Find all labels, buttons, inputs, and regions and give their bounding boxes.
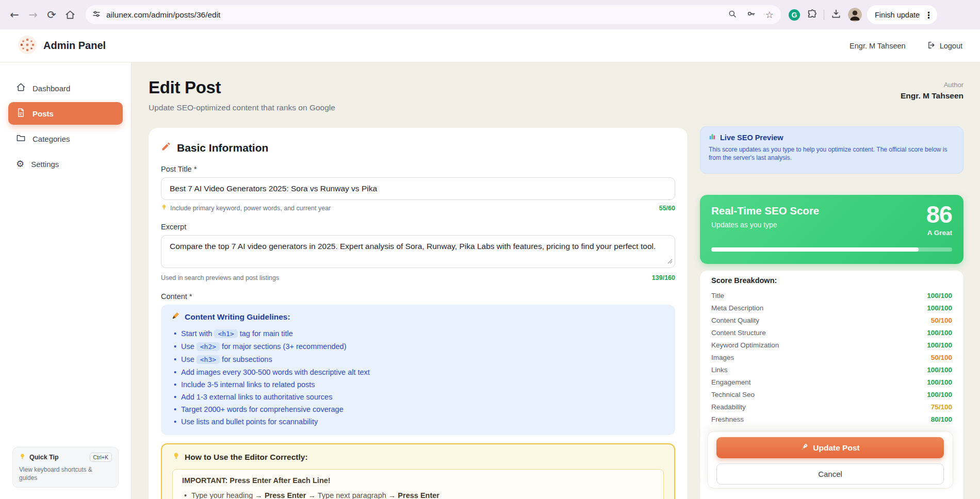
editor-tips-inner: IMPORTANT: Press Enter After Each Line! …: [172, 469, 664, 499]
site-info-icon[interactable]: [92, 9, 101, 21]
post-title-hint: Include primary keyword, power words, an…: [161, 204, 331, 212]
editor-tips-title: How to Use the Editor Correctly:: [185, 453, 308, 462]
breakdown-row: Content Structure100/100: [711, 326, 952, 339]
finish-update-button[interactable]: Finish update ⋮: [867, 5, 937, 24]
sidebar: Dashboard Posts Categories ⚙ Settings Qu…: [0, 62, 132, 499]
sidebar-item-posts[interactable]: Posts: [8, 102, 123, 125]
score-card-title: Real-Time SEO Score: [711, 205, 952, 217]
bar-chart-icon: [709, 133, 716, 142]
writing-hand-icon: [171, 311, 180, 322]
content-guidelines-box: Content Writing Guidelines: Start with<h…: [161, 305, 675, 435]
breakdown-row: Engagement100/100: [711, 376, 952, 388]
breakdown-row: Links100/100: [711, 363, 952, 376]
app-logo: [18, 35, 37, 57]
page-title: Edit Post: [149, 78, 335, 97]
browser-profile-avatar[interactable]: [848, 8, 862, 22]
sidebar-item-label: Posts: [32, 109, 54, 118]
sidebar-item-settings[interactable]: ⚙ Settings: [8, 153, 123, 175]
section-title: Basic Information: [177, 142, 268, 154]
seo-preview-title: Live SEO Preview: [720, 134, 783, 142]
breakdown-row: Title100/100: [711, 289, 952, 302]
author-block: Author Engr. M Tahseen: [901, 81, 963, 101]
guidelines-title: Content Writing Guidelines:: [185, 312, 290, 322]
excerpt-textarea[interactable]: Compare the top 7 AI video generators in…: [161, 235, 675, 268]
browser-forward-icon[interactable]: →: [24, 6, 42, 24]
guideline-item: Use<h3>for subsections: [171, 353, 665, 366]
browser-home-icon[interactable]: [61, 6, 79, 24]
guideline-item: Start with<h1>tag for main title: [171, 327, 665, 340]
code-tag: <h3>: [197, 355, 220, 364]
brand: Admin Panel: [18, 35, 106, 57]
code-tag: <h1>: [214, 329, 237, 338]
post-title-counter: 55/60: [659, 205, 675, 212]
grammarly-extension-icon[interactable]: G: [789, 9, 800, 21]
update-post-button[interactable]: Update Post: [716, 437, 944, 458]
downloads-icon[interactable]: [831, 9, 841, 21]
guideline-item: Use<h2>for major sections (3+ recommende…: [171, 340, 665, 353]
page-subtitle: Update SEO-optimized content that ranks …: [149, 103, 335, 112]
browser-back-icon[interactable]: ←: [5, 6, 24, 24]
extensions-puzzle-icon[interactable]: [807, 9, 817, 21]
editor-tips-important: IMPORTANT: Press Enter After Each Line!: [182, 476, 654, 485]
resize-grip-icon[interactable]: [667, 257, 673, 266]
address-bar[interactable]: ailunex.com/admin/posts/36/edit ☆: [86, 5, 781, 24]
quick-tip-title: Quick Tip: [29, 454, 59, 461]
editor-tip-item: Type your heading → Press Enter → Type n…: [182, 489, 654, 499]
app-title: Admin Panel: [43, 40, 106, 52]
sidebar-item-dashboard[interactable]: Dashboard: [8, 77, 123, 99]
browser-reload-icon[interactable]: ⟳: [42, 6, 61, 24]
guideline-item: Use lists and bullet points for scannabi…: [171, 415, 665, 428]
post-title-label: Post Title *: [161, 165, 675, 173]
breakdown-row: Technical Seo100/100: [711, 388, 952, 401]
seo-preview-description: This score updates as you type to help y…: [709, 146, 955, 162]
realtime-seo-score-card: Real-Time SEO Score Updates as you type …: [700, 195, 963, 264]
score-progress-fill: [711, 247, 919, 252]
excerpt-counter: 139/160: [652, 274, 675, 281]
sidebar-item-label: Categories: [32, 135, 70, 143]
sidebar-item-label: Settings: [31, 160, 59, 169]
document-icon: [16, 108, 26, 119]
excerpt-label: Excerpt: [161, 223, 675, 231]
bulb-icon: [161, 204, 167, 212]
browser-menu-icon[interactable]: ⋮: [924, 10, 933, 20]
url-text: ailunex.com/admin/posts/36/edit: [106, 10, 723, 20]
pencil-icon: [161, 141, 171, 154]
find-in-page-icon[interactable]: [728, 9, 737, 21]
bulb-icon: [19, 453, 26, 462]
finish-update-label: Finish update: [875, 11, 920, 19]
page: ← → ⟳ ailunex.com/admin/posts/36/edit ☆ …: [0, 0, 980, 499]
logout-label: Logout: [940, 42, 962, 50]
score-breakdown-title: Score Breakdown:: [711, 276, 952, 285]
password-key-icon[interactable]: [746, 9, 756, 21]
post-title-input[interactable]: [161, 177, 675, 200]
update-post-label: Update Post: [813, 443, 859, 453]
logout-icon: [927, 41, 936, 51]
cancel-button[interactable]: Cancel: [716, 463, 944, 485]
guideline-item: Include 3-5 internal links to related po…: [171, 378, 665, 391]
seo-score-grade: A Great: [927, 229, 952, 237]
breakdown-row: Keyword Optimization100/100: [711, 339, 952, 351]
guideline-item: Add images every 300-500 words with desc…: [171, 366, 665, 378]
quick-tip-card: Quick Tip Ctrl+K View keyboard shortcuts…: [12, 447, 119, 488]
logout-button[interactable]: Logout: [927, 41, 962, 51]
seo-score-value: 86: [926, 200, 952, 228]
breakdown-row: Images50/100: [711, 351, 952, 363]
sidebar-item-label: Dashboard: [32, 84, 70, 93]
header-user-name: Engr. M Tahseen: [850, 42, 906, 50]
author-name: Engr. M Tahseen: [901, 91, 963, 101]
basic-information-card: Basic Information Post Title * Include p…: [149, 128, 688, 499]
score-progress-track: [711, 247, 952, 252]
score-card-subtitle: Updates as you type: [711, 221, 952, 229]
content-label: Content *: [161, 292, 675, 301]
sidebar-item-categories[interactable]: Categories: [8, 127, 123, 150]
guideline-item: Target 2000+ words for comprehensive cov…: [171, 403, 665, 415]
breakdown-row: Freshness80/100: [711, 413, 952, 425]
live-seo-preview-box: Live SEO Preview This score updates as y…: [700, 126, 963, 174]
bookmark-star-icon[interactable]: ☆: [765, 9, 774, 20]
editor-tips-box: How to Use the Editor Correctly: IMPORTA…: [161, 443, 675, 499]
gear-icon: ⚙: [16, 159, 24, 169]
post-title-hint-text: Include primary keyword, power words, an…: [170, 205, 331, 212]
app-header: Admin Panel Engr. M Tahseen Logout: [0, 29, 980, 62]
browser-toolbar: ← → ⟳ ailunex.com/admin/posts/36/edit ☆ …: [0, 0, 980, 29]
breakdown-row: Meta Description100/100: [711, 302, 952, 314]
